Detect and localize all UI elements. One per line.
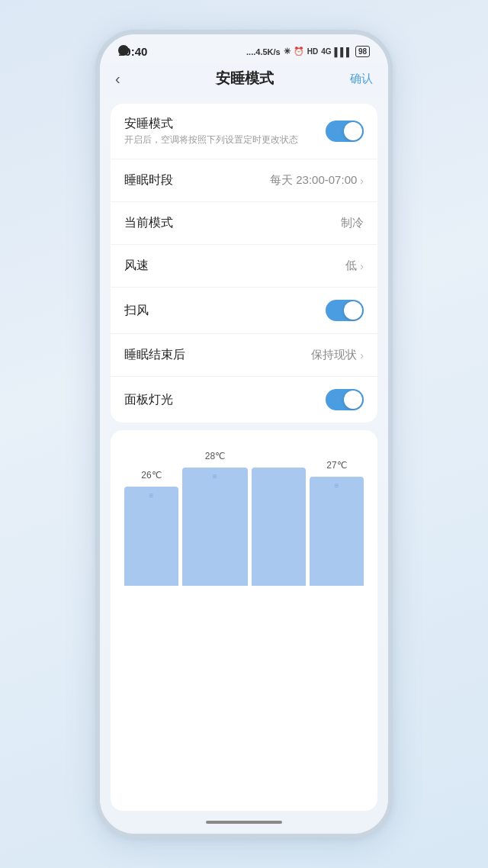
nav-bar: ‹ 安睡模式 确认	[100, 64, 388, 98]
alarm-icon: ⏰	[294, 47, 304, 56]
back-button[interactable]: ‹	[115, 70, 140, 88]
bar-group-4: 27℃ ≡	[308, 477, 365, 586]
setting-row-sweep[interactable]: 扫风	[111, 288, 377, 334]
after-sleep-chevron: ›	[360, 349, 364, 362]
chart-section: 26℃ ≡ 28℃ ≡	[111, 430, 377, 811]
confirm-button[interactable]: 确认	[350, 72, 373, 86]
bar-label-1: 26℃	[141, 470, 161, 481]
wind-speed-value-group: 低 ›	[345, 259, 364, 273]
sleep-period-value: 每天 23:00-07:00	[270, 173, 357, 188]
panel-light-toggle[interactable]	[326, 389, 364, 410]
sleep-mode-label: 安睡模式	[124, 116, 298, 132]
sweep-label: 扫风	[124, 303, 149, 319]
bar-group-3	[250, 468, 307, 586]
setting-row-sleep-period[interactable]: 睡眠时段 每天 23:00-07:00 ›	[111, 159, 377, 202]
home-indicator	[206, 821, 282, 824]
signal-icon: ....4.5K/s	[246, 47, 281, 56]
hd-icon: HD	[307, 47, 318, 56]
bar-1: 26℃ ≡	[124, 487, 178, 586]
after-sleep-label: 睡眠结束后	[124, 347, 185, 363]
bottom-bar	[100, 811, 388, 834]
sweep-toggle[interactable]	[326, 300, 364, 321]
current-mode-value: 制冷	[341, 216, 364, 230]
bar-icon-1: ≡	[149, 491, 154, 500]
bar-4: 27℃ ≡	[310, 477, 364, 586]
signal-bars: ▌▌▌	[334, 47, 352, 56]
bar-group-2: 28℃ ≡	[181, 468, 249, 586]
bar-2: 28℃ ≡	[182, 468, 248, 586]
battery-icon: 98	[355, 46, 370, 57]
page-title: 安睡模式	[216, 69, 274, 88]
bar-label-2: 28℃	[205, 451, 225, 461]
after-sleep-value-group: 保持现状 ›	[311, 348, 364, 362]
after-sleep-value: 保持现状	[311, 348, 357, 362]
setting-row-current-mode: 当前模式 制冷	[111, 202, 377, 245]
sleep-period-value-group: 每天 23:00-07:00 ›	[270, 173, 364, 188]
settings-card: 安睡模式 开启后，空调将按照下列设置定时更改状态 睡眠时段 每天 23:00-0…	[111, 104, 377, 423]
camera-notch	[118, 45, 129, 56]
bar-label-4: 27℃	[326, 460, 346, 471]
setting-row-after-sleep[interactable]: 睡眠结束后 保持现状 ›	[111, 334, 377, 377]
bar-3	[252, 468, 306, 586]
sleep-mode-toggle[interactable]	[326, 121, 364, 142]
phone-frame: 10:40 ....4.5K/s ✳ ⏰ HD 4G ▌▌▌ 98 ‹ 安睡模式…	[95, 30, 393, 838]
screen: 10:40 ....4.5K/s ✳ ⏰ HD 4G ▌▌▌ 98 ‹ 安睡模式…	[100, 34, 388, 834]
sleep-period-label: 睡眠时段	[124, 172, 173, 188]
bar-icon-2: ≡	[213, 472, 217, 481]
wind-speed-value: 低	[345, 259, 357, 273]
wind-speed-label: 风速	[124, 258, 149, 274]
current-mode-value-group: 制冷	[341, 216, 364, 230]
bluetooth-icon: ✳	[284, 47, 291, 56]
setting-row-panel-light[interactable]: 面板灯光	[111, 377, 377, 423]
content: 安睡模式 开启后，空调将按照下列设置定时更改状态 睡眠时段 每天 23:00-0…	[100, 98, 388, 811]
setting-row-sleep-mode[interactable]: 安睡模式 开启后，空调将按照下列设置定时更改状态	[111, 104, 377, 159]
sleep-period-chevron: ›	[360, 175, 364, 187]
setting-row-wind-speed[interactable]: 风速 低 ›	[111, 245, 377, 288]
bar-group-1: 26℃ ≡	[123, 487, 180, 586]
chart-container: 26℃ ≡ 28℃ ≡	[123, 448, 365, 586]
sleep-mode-sublabel: 开启后，空调将按照下列设置定时更改状态	[124, 133, 298, 146]
bar-icon-4: ≡	[335, 481, 339, 490]
current-mode-label: 当前模式	[124, 215, 173, 231]
4g-icon: 4G	[321, 47, 331, 56]
panel-light-label: 面板灯光	[124, 392, 173, 408]
status-icons: ....4.5K/s ✳ ⏰ HD 4G ▌▌▌ 98	[246, 46, 370, 57]
sleep-mode-label-group: 安睡模式 开启后，空调将按照下列设置定时更改状态	[124, 116, 298, 146]
status-bar: 10:40 ....4.5K/s ✳ ⏰ HD 4G ▌▌▌ 98	[100, 34, 388, 64]
wind-speed-chevron: ›	[360, 260, 364, 272]
